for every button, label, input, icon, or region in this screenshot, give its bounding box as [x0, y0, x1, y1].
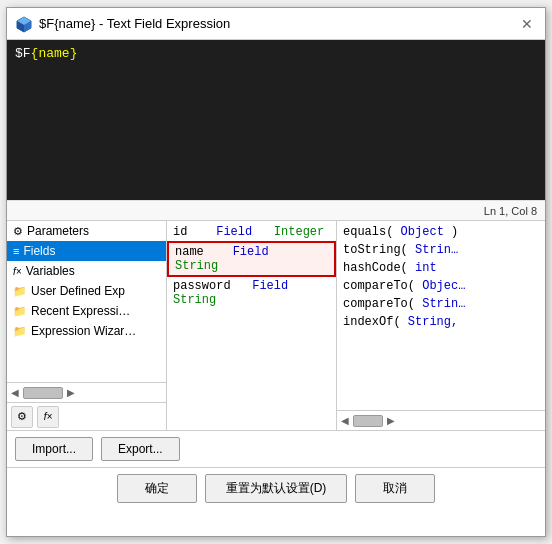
sidebar-item-user-defined[interactable]: 📁 User Defined Exp	[7, 281, 166, 301]
title-bar: $F{name} - Text Field Expression ✕	[7, 8, 545, 40]
cancel-button[interactable]: 取消	[355, 474, 435, 503]
user-defined-label: User Defined Exp	[31, 284, 125, 298]
sidebar-item-variables[interactable]: f× Variables	[7, 261, 166, 281]
left-panel: ⚙ Parameters ≡ Fields f× Variables 📁 Use…	[7, 221, 167, 430]
parameters-label: Parameters	[27, 224, 89, 238]
field-name-id: id	[173, 225, 187, 239]
left-scroll-bar: ◀ ▶	[7, 382, 166, 402]
expr-dollar: $F	[15, 46, 31, 61]
right-scroll-right-arrow[interactable]: ▶	[387, 415, 395, 426]
left-panel-toolbar: ⚙ f×	[7, 402, 166, 430]
close-button[interactable]: ✕	[517, 14, 537, 34]
variables-icon: f×	[13, 266, 22, 277]
field-type-label-id: Field	[216, 225, 252, 239]
field-item-name[interactable]: name Field String	[167, 241, 336, 277]
main-window: $F{name} - Text Field Expression ✕ $F{na…	[6, 7, 546, 537]
right-panel: equals( Object ) toString( Strin… hashCo…	[337, 221, 545, 430]
title-bar-left: $F{name} - Text Field Expression	[15, 15, 230, 33]
method-item-compareto-str[interactable]: compareTo( Strin…	[337, 295, 545, 313]
field-type-password: String	[173, 293, 216, 307]
expression-text: $F{name}	[15, 46, 537, 61]
left-scroll-left-arrow[interactable]: ◀	[11, 387, 19, 398]
fields-icon: ≡	[13, 245, 19, 257]
middle-panel: id Field Integer name Field String passw…	[167, 221, 337, 430]
right-scroll-left-arrow[interactable]: ◀	[341, 415, 349, 426]
middle-panel-list: id Field Integer name Field String passw…	[167, 221, 336, 430]
field-name-password: password	[173, 279, 231, 293]
panels-area: ⚙ Parameters ≡ Fields f× Variables 📁 Use…	[7, 220, 545, 430]
field-item-id[interactable]: id Field Integer	[167, 223, 336, 241]
sidebar-item-parameters[interactable]: ⚙ Parameters	[7, 221, 166, 241]
method-item-hashcode[interactable]: hashCode( int	[337, 259, 545, 277]
sidebar-item-recent[interactable]: 📁 Recent Expressi…	[7, 301, 166, 321]
cursor-position: Ln 1, Col 8	[484, 205, 537, 217]
wizard-icon: 📁	[13, 325, 27, 338]
field-name-name: name	[175, 245, 204, 259]
right-scroll-area: ◀ ▶	[337, 410, 545, 430]
toolbar-add-button[interactable]: ⚙	[11, 406, 33, 428]
fx-icon: f×	[44, 411, 53, 422]
footer-row: 确定 重置为默认设置(D) 取消	[7, 467, 545, 509]
recent-icon: 📁	[13, 305, 27, 318]
field-type-label-name: Field	[233, 245, 269, 259]
import-export-row: Import... Export...	[7, 430, 545, 467]
expr-brace-close: }	[70, 46, 78, 61]
confirm-button[interactable]: 确定	[117, 474, 197, 503]
editor-area[interactable]: $F{name}	[7, 40, 545, 200]
method-item-compareto-obj[interactable]: compareTo( Objec…	[337, 277, 545, 295]
left-scroll-thumb[interactable]	[23, 387, 63, 399]
status-bar: Ln 1, Col 8	[7, 200, 545, 220]
parameters-icon: ⚙	[13, 225, 23, 238]
window-title: $F{name} - Text Field Expression	[39, 16, 230, 31]
export-button[interactable]: Export...	[101, 437, 180, 461]
field-type-name: String	[175, 259, 218, 273]
window-icon	[15, 15, 33, 33]
expr-variable: name	[38, 46, 69, 61]
method-item-indexof[interactable]: indexOf( String,	[337, 313, 545, 331]
sidebar-item-wizard[interactable]: 📁 Expression Wizar…	[7, 321, 166, 341]
method-item-equals[interactable]: equals( Object )	[337, 223, 545, 241]
user-defined-icon: 📁	[13, 285, 27, 298]
method-item-tostring[interactable]: toString( Strin…	[337, 241, 545, 259]
recent-label: Recent Expressi…	[31, 304, 130, 318]
left-panel-list: ⚙ Parameters ≡ Fields f× Variables 📁 Use…	[7, 221, 166, 382]
reset-button[interactable]: 重置为默认设置(D)	[205, 474, 348, 503]
right-panel-list: equals( Object ) toString( Strin… hashCo…	[337, 221, 545, 410]
sidebar-item-fields[interactable]: ≡ Fields	[7, 241, 166, 261]
fields-label: Fields	[23, 244, 55, 258]
add-icon: ⚙	[17, 410, 27, 423]
import-button[interactable]: Import...	[15, 437, 93, 461]
wizard-label: Expression Wizar…	[31, 324, 136, 338]
field-type-id: Integer	[274, 225, 324, 239]
field-item-password[interactable]: password Field String	[167, 277, 336, 309]
left-scroll-right-arrow[interactable]: ▶	[67, 387, 75, 398]
toolbar-fx-button[interactable]: f×	[37, 406, 59, 428]
field-type-label-password: Field	[252, 279, 288, 293]
variables-label: Variables	[26, 264, 75, 278]
right-scroll-thumb[interactable]	[353, 415, 383, 427]
